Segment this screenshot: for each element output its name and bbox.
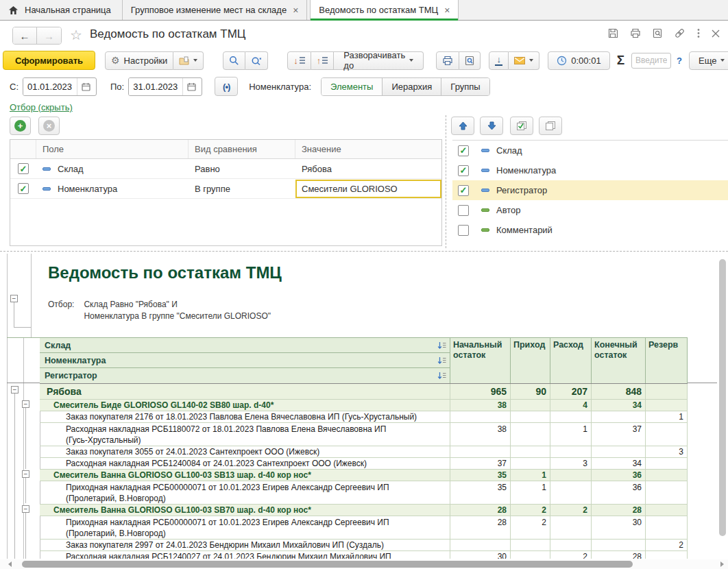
report-row-doc[interactable]: Приходная накладная РСБ00000071 от 10.01… xyxy=(40,516,688,540)
print-preview-button[interactable] xyxy=(459,51,481,70)
expand-to-button[interactable]: Разворачивать до xyxy=(334,51,424,70)
forward-button[interactable] xyxy=(37,27,61,44)
collapse-group-box[interactable] xyxy=(22,400,29,408)
close-tab-icon[interactable] xyxy=(293,5,298,15)
favorite-star-icon[interactable] xyxy=(70,27,82,43)
field-item-comment[interactable]: Комментарий xyxy=(452,220,728,240)
report-row-group[interactable]: Смеситель Ванна GLORIOSO GL100-03 SB70 ш… xyxy=(40,505,688,516)
scroll-right-icon[interactable] xyxy=(720,561,724,567)
report-row-doc[interactable]: Заказ покупателя 2176 от 18.01.2023 Павл… xyxy=(40,411,688,423)
sort-icon[interactable] xyxy=(437,341,447,350)
calendar-icon[interactable] xyxy=(182,78,200,95)
report-row-warehouse[interactable]: Рябова 96590207848 xyxy=(40,384,688,400)
filter-row-nomenclature[interactable]: Номенклатура В группе Смесители GLORIOSO xyxy=(10,179,441,199)
report-row-doc[interactable]: Приходная накладная РСБ00000071 от 10.01… xyxy=(40,481,688,505)
checkbox-unchecked[interactable] xyxy=(458,205,469,216)
search-next-button[interactable] xyxy=(245,51,268,70)
checkbox-checked[interactable] xyxy=(18,163,29,174)
print-group xyxy=(436,51,481,70)
collapse-warehouse-box[interactable] xyxy=(11,386,19,394)
field-item-nomenclature[interactable]: Номенклатура xyxy=(452,160,728,180)
date-from-input[interactable] xyxy=(23,78,77,95)
sort-icon[interactable] xyxy=(437,372,447,380)
field-dash-icon xyxy=(43,167,51,171)
report-row-group[interactable]: Смеситель Биде GLORIOSO GL140-02 SB80 ша… xyxy=(40,400,688,411)
report-row-group[interactable]: Смеситель Ванна GLORIOSO GL100-03 SB13 ш… xyxy=(40,470,688,481)
generate-button[interactable]: Сформировать xyxy=(3,51,95,70)
header-reserve[interactable]: Резерв xyxy=(645,338,688,383)
report-row-doc[interactable]: Расходная накладная РСБ1180072 от 18.01.… xyxy=(40,423,688,446)
checkbox-checked[interactable] xyxy=(458,145,469,156)
tab-group-change[interactable]: Групповое изменение мест на складе xyxy=(122,0,308,20)
preview-icon[interactable] xyxy=(653,28,662,38)
move-up-button[interactable] xyxy=(451,117,474,135)
more-button[interactable]: Еще xyxy=(689,51,728,70)
more-kebab-icon[interactable] xyxy=(697,28,700,38)
value-edit-cell[interactable]: Смесители GLORIOSO xyxy=(295,180,441,198)
checkbox-checked[interactable] xyxy=(18,183,29,194)
report-row-doc[interactable]: Расходная накладная РСБ1240084 от 24.01.… xyxy=(40,458,688,470)
collapse-all-button[interactable]: ↑ xyxy=(311,51,335,70)
back-button[interactable] xyxy=(13,27,37,44)
mode-elements[interactable]: Элементы xyxy=(321,78,382,95)
collapse-group-box[interactable] xyxy=(22,505,29,513)
scroll-left-icon[interactable] xyxy=(8,561,12,567)
save-icon[interactable] xyxy=(608,28,618,38)
check-all-button[interactable] xyxy=(510,117,533,135)
report-row-doc[interactable]: Заказ покупателя 2997 от 24.01.2023 Бенд… xyxy=(40,540,688,551)
send-mail-button[interactable] xyxy=(509,51,539,70)
print-preview-icon xyxy=(465,56,474,66)
tab-report-active[interactable]: Ведомость по остаткам ТМЦ xyxy=(310,0,459,20)
vertical-splitter[interactable] xyxy=(446,115,446,248)
tab-home[interactable]: Начальная страница xyxy=(0,0,119,20)
filter-row-sklad[interactable]: Склад Равно Рябова xyxy=(10,159,441,179)
header-registrator[interactable]: Регистратор xyxy=(40,368,450,383)
field-item-author[interactable]: Автор xyxy=(452,200,728,220)
collapse-title-box[interactable] xyxy=(10,295,18,302)
search-button[interactable] xyxy=(223,51,245,70)
field-item-sklad[interactable]: Склад xyxy=(452,141,728,160)
sort-icon[interactable] xyxy=(437,356,447,365)
mode-groups[interactable]: Группы xyxy=(441,78,489,95)
choose-period-button[interactable]: (•) xyxy=(215,77,238,96)
header-income[interactable]: Приход xyxy=(510,338,550,383)
filter-collapse-link[interactable]: Отбор (скрыть) xyxy=(10,102,73,112)
horizontal-scrollbar-thumb[interactable] xyxy=(22,561,633,568)
quick-search-input[interactable] xyxy=(631,53,671,69)
add-filter-button[interactable]: + xyxy=(10,117,31,135)
help-icon[interactable]: ? xyxy=(677,56,682,66)
save-result-button[interactable]: ↓ xyxy=(489,51,509,70)
report-row-doc[interactable]: Расходная накладная РСБ1240027 от 24.01.… xyxy=(40,551,688,559)
header-sklad[interactable]: Склад xyxy=(40,338,450,353)
collapse-group-box[interactable] xyxy=(22,470,29,478)
report-variants-button[interactable] xyxy=(173,51,204,70)
checkbox-unchecked[interactable] xyxy=(458,225,469,236)
horizontal-scrollbar[interactable] xyxy=(0,559,728,569)
move-down-button[interactable] xyxy=(480,117,503,135)
remove-filter-button[interactable]: × xyxy=(38,117,60,135)
calendar-icon[interactable] xyxy=(77,78,95,95)
header-nomenclature[interactable]: Номенклатура xyxy=(40,353,450,368)
checkbox-checked[interactable] xyxy=(458,165,469,176)
horizontal-splitter[interactable] xyxy=(0,251,728,252)
settings-button[interactable]: Настройки xyxy=(105,51,173,70)
date-to-input[interactable] xyxy=(129,78,182,95)
checkbox-checked[interactable] xyxy=(458,185,469,196)
header-begin-balance[interactable]: Начальный остаток xyxy=(450,338,510,383)
header-expense[interactable]: Расход xyxy=(550,338,591,383)
close-window-icon[interactable] xyxy=(712,29,720,38)
field-item-registrator[interactable]: Регистратор xyxy=(452,180,728,200)
autosum-icon[interactable]: Σ xyxy=(617,53,624,68)
header-end-balance[interactable]: Конечный остаток xyxy=(591,338,645,383)
close-tab-icon[interactable] xyxy=(444,5,450,15)
report-row-doc[interactable]: Заказ покупателя 3055 от 24.01.2023 Сант… xyxy=(40,446,688,458)
mode-hierarchy[interactable]: Иерархия xyxy=(382,78,441,95)
print-icon[interactable] xyxy=(630,28,641,38)
expand-all-button[interactable]: ↓ xyxy=(287,51,311,70)
vertical-scrollbar-thumb[interactable] xyxy=(719,259,726,536)
uncheck-all-button[interactable] xyxy=(539,117,562,135)
print-button[interactable] xyxy=(436,51,459,70)
link-icon[interactable] xyxy=(674,28,685,38)
report-parameters: С: По: (•) Номенклатура: Элементы Иерарх… xyxy=(0,73,728,99)
timer-button[interactable]: 0:00:01 xyxy=(548,51,609,70)
